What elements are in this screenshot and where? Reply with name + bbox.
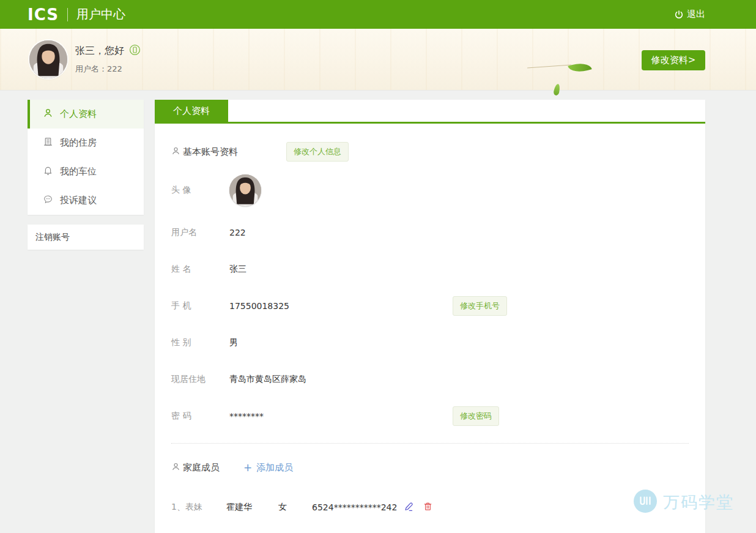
field-label: 头 像 bbox=[171, 185, 229, 196]
field-label: 手 机 bbox=[171, 300, 229, 311]
field-row-password: 密 码 ******** 修改密码 bbox=[171, 398, 689, 434]
bell-icon bbox=[43, 165, 53, 178]
sidebar-item-profile[interactable]: 个人资料 bbox=[28, 100, 144, 129]
field-value: 222 bbox=[229, 228, 453, 237]
avatar bbox=[29, 40, 67, 78]
user-icon bbox=[171, 462, 180, 474]
tab-profile[interactable]: 个人资料 bbox=[155, 100, 228, 122]
user-icon bbox=[43, 108, 53, 121]
sidebar-item-housing[interactable]: 我的住房 bbox=[28, 129, 144, 157]
delete-member-button[interactable] bbox=[423, 501, 433, 513]
field-row-username: 用户名 222 bbox=[171, 214, 689, 251]
field-value: 青岛市黄岛区薛家岛 bbox=[229, 374, 453, 385]
banner-user-info: 张三，您好 用户名：222 bbox=[75, 44, 141, 75]
add-member-label: 添加成员 bbox=[256, 462, 293, 474]
user-icon bbox=[171, 146, 180, 158]
edit-personal-info-button[interactable]: 修改个人信息 bbox=[286, 142, 349, 162]
field-value: 张三 bbox=[229, 264, 453, 275]
main-panel: 个人资料 基本账号资料 修改个人信息 头 像 用户名 222 bbox=[155, 100, 705, 533]
field-row-address: 现居住地 青岛市黄岛区薛家岛 bbox=[171, 361, 689, 398]
leaf-icon bbox=[568, 59, 591, 76]
field-label: 现居住地 bbox=[171, 374, 229, 385]
content-layout: 个人资料 我的住房 我的车位 投诉建议 注销账号 个人资料 bbox=[0, 91, 756, 533]
field-value: 17550018325 bbox=[229, 301, 453, 311]
brand-separator bbox=[67, 8, 68, 21]
field-row-name: 姓 名 张三 bbox=[171, 251, 689, 288]
sidebar-item-feedback[interactable]: 投诉建议 bbox=[28, 186, 144, 215]
deactivate-account-button[interactable]: 注销账号 bbox=[28, 225, 144, 250]
field-row-gender: 性 别 男 bbox=[171, 324, 689, 361]
edit-member-button[interactable] bbox=[404, 501, 415, 514]
sidebar-item-label: 我的车位 bbox=[60, 166, 97, 177]
greeting-text: 张三，您好 bbox=[75, 45, 124, 58]
pencil-icon bbox=[404, 501, 415, 514]
sidebar-nav-card: 个人资料 我的住房 我的车位 投诉建议 bbox=[28, 100, 144, 215]
user-banner: 张三，您好 用户名：222 修改资料> bbox=[0, 29, 756, 91]
field-label: 用户名 bbox=[171, 227, 229, 238]
logout-button[interactable]: 退出 bbox=[674, 9, 705, 20]
basic-section-title: 基本账号资料 bbox=[171, 146, 286, 158]
field-value: 男 bbox=[229, 337, 453, 348]
member-id-number: 6524***********242 bbox=[312, 502, 404, 512]
profile-content: 基本账号资料 修改个人信息 头 像 用户名 222 姓 名 张三 手 机 bbox=[155, 142, 705, 516]
member-relation: 1、表妹 bbox=[171, 502, 226, 513]
plus-icon: + bbox=[243, 461, 252, 474]
profile-avatar bbox=[229, 174, 261, 206]
trash-icon bbox=[423, 501, 433, 513]
sidebar: 个人资料 我的住房 我的车位 投诉建议 注销账号 bbox=[28, 100, 144, 250]
logout-account-card: 注销账号 bbox=[28, 225, 144, 250]
username-text: 用户名：222 bbox=[75, 64, 141, 75]
brand-logo: ICS bbox=[28, 6, 59, 24]
family-member-row: 1、表妹 霍建华 女 6524***********242 bbox=[171, 499, 689, 516]
field-label: 姓 名 bbox=[171, 264, 229, 275]
tab-bar: 个人资料 bbox=[155, 100, 705, 124]
mobile-badge-icon[interactable] bbox=[129, 44, 141, 58]
sidebar-item-label: 我的住房 bbox=[60, 137, 97, 149]
basic-section-header: 基本账号资料 修改个人信息 bbox=[171, 142, 689, 162]
member-gender: 女 bbox=[278, 502, 312, 513]
page-title: 用户中心 bbox=[76, 6, 125, 23]
sidebar-item-parking[interactable]: 我的车位 bbox=[28, 157, 144, 186]
field-value: ******** bbox=[229, 411, 453, 421]
change-phone-button[interactable]: 修改手机号 bbox=[453, 296, 507, 316]
change-password-button[interactable]: 修改密码 bbox=[453, 406, 499, 426]
member-name: 霍建华 bbox=[226, 502, 278, 513]
top-bar: ICS 用户中心 退出 bbox=[0, 0, 756, 29]
field-label: 密 码 bbox=[171, 411, 229, 422]
family-section-header: 家庭成员 + 添加成员 bbox=[171, 458, 689, 477]
leaf-stem-decoration bbox=[527, 64, 571, 68]
building-icon bbox=[43, 136, 53, 149]
field-label: 性 别 bbox=[171, 337, 229, 348]
section-divider bbox=[171, 443, 689, 444]
field-row-phone: 手 机 17550018325 修改手机号 bbox=[171, 288, 689, 324]
sidebar-item-label: 个人资料 bbox=[60, 108, 97, 120]
sidebar-item-label: 投诉建议 bbox=[60, 195, 97, 206]
chat-icon bbox=[43, 194, 53, 207]
field-row-avatar: 头 像 bbox=[171, 166, 689, 214]
power-icon bbox=[674, 10, 684, 20]
edit-profile-button[interactable]: 修改资料> bbox=[642, 50, 705, 70]
logout-label: 退出 bbox=[687, 9, 705, 20]
add-member-button[interactable]: + 添加成员 bbox=[243, 461, 293, 474]
